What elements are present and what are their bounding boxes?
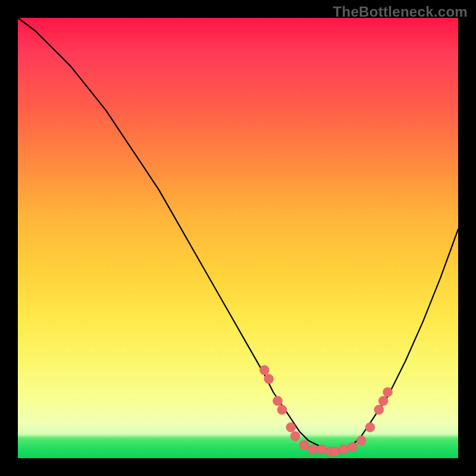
marker-dot — [383, 387, 393, 397]
marker-dot — [339, 444, 349, 454]
marker-dot — [374, 405, 384, 415]
marker-dots — [259, 365, 392, 456]
marker-dot — [286, 422, 296, 432]
marker-dot — [290, 431, 300, 441]
marker-dot — [317, 444, 327, 454]
marker-dot — [259, 365, 269, 375]
marker-dot — [365, 422, 375, 432]
plot-area — [18, 18, 458, 458]
chart-frame: TheBottleneck.com — [0, 0, 476, 476]
marker-dot — [299, 440, 309, 450]
marker-dot — [308, 444, 318, 454]
marker-dot — [356, 436, 366, 445]
curve-svg — [18, 18, 458, 458]
marker-dot — [330, 447, 340, 456]
marker-dot — [273, 396, 283, 406]
bottleneck-curve-path — [18, 18, 458, 449]
marker-dot — [264, 374, 274, 384]
marker-dot — [347, 443, 357, 452]
marker-dot — [277, 405, 287, 415]
marker-dot — [378, 396, 388, 406]
